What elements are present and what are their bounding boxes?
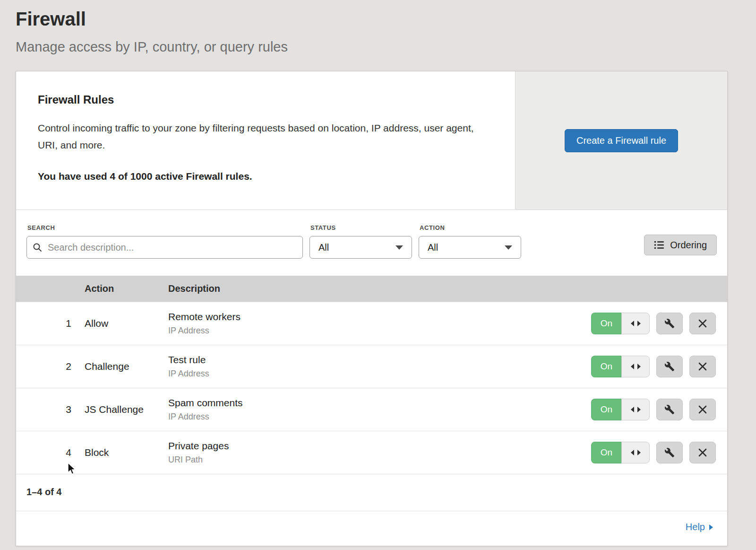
arrow-left-icon <box>631 407 634 412</box>
close-icon <box>698 405 707 414</box>
rule-match-type: IP Address <box>168 412 580 422</box>
toggle-on-button[interactable]: On <box>591 399 621 420</box>
arrow-left-icon <box>631 364 634 369</box>
rule-description: Spam comments <box>168 397 580 409</box>
table-row: 3 JS Challenge Spam comments IP Address … <box>16 388 727 431</box>
help-link[interactable]: Help <box>686 522 713 533</box>
arrow-right-icon <box>637 450 641 455</box>
arrow-left-icon <box>631 450 634 455</box>
wrench-icon <box>664 361 675 372</box>
rule-match-type: IP Address <box>168 326 580 336</box>
ordering-button[interactable]: Ordering <box>644 235 717 255</box>
rule-toggle: On <box>591 399 650 420</box>
rule-controls: On <box>580 399 727 420</box>
status-select[interactable]: All <box>309 236 412 259</box>
card-section-title: Firewall Rules <box>38 93 493 106</box>
rule-controls: On <box>580 442 727 463</box>
card-top-action-panel: Create a Firewall rule <box>515 71 727 210</box>
card-description: Control incoming traffic to your zone by… <box>38 120 487 154</box>
rule-action: Challenge <box>85 361 168 372</box>
rule-action: Allow <box>85 318 168 329</box>
rule-action: Block <box>85 447 168 458</box>
close-icon <box>698 319 707 328</box>
help-link-label: Help <box>686 522 705 533</box>
rules-usage-text: You have used 4 of 1000 active Firewall … <box>38 171 493 182</box>
card-top-section: Firewall Rules Control incoming traffic … <box>16 71 727 210</box>
status-label: STATUS <box>310 224 412 231</box>
rule-description: Private pages <box>168 440 580 452</box>
edit-rule-button[interactable] <box>656 399 683 420</box>
rule-number: 2 <box>16 361 85 372</box>
rule-number: 4 <box>16 447 85 458</box>
action-filter-group: ACTION All <box>419 224 521 259</box>
chevron-down-icon <box>395 245 403 250</box>
rule-description-cell: Private pages URI Path <box>168 440 580 465</box>
header-description-column: Description <box>168 283 580 294</box>
search-label: SEARCH <box>27 224 303 231</box>
rule-number: 1 <box>16 318 85 329</box>
toggle-arrows-button[interactable] <box>621 356 650 377</box>
rule-match-type: URI Path <box>168 455 580 465</box>
search-box[interactable] <box>26 236 303 259</box>
rule-toggle: On <box>591 356 650 377</box>
toggle-on-button[interactable]: On <box>591 356 621 377</box>
wrench-icon <box>664 447 675 458</box>
edit-rule-button[interactable] <box>656 313 683 334</box>
delete-rule-button[interactable] <box>689 313 716 334</box>
firewall-rules-card: Firewall Rules Control incoming traffic … <box>16 71 728 546</box>
rule-toggle: On <box>591 442 650 463</box>
ordered-list-icon <box>654 240 664 250</box>
delete-rule-button[interactable] <box>689 356 716 377</box>
rule-controls: On <box>580 313 727 334</box>
arrow-right-icon <box>637 364 641 369</box>
filters-bar: SEARCH STATUS All ACTION <box>16 210 727 276</box>
close-icon <box>698 362 707 371</box>
rule-action: JS Challenge <box>85 404 168 415</box>
wrench-icon <box>664 318 675 329</box>
help-row: Help <box>16 511 727 546</box>
rule-match-type: IP Address <box>168 369 580 379</box>
rule-description-cell: Spam comments IP Address <box>168 397 580 422</box>
rule-description: Remote workers <box>168 311 580 323</box>
table-row: 1 Allow Remote workers IP Address On <box>16 302 727 345</box>
table-row: 4 Block Private pages URI Path On <box>16 431 727 474</box>
edit-rule-button[interactable] <box>656 442 683 463</box>
toggle-arrows-button[interactable] <box>621 313 650 334</box>
toggle-on-button[interactable]: On <box>591 442 621 463</box>
create-firewall-rule-button[interactable]: Create a Firewall rule <box>565 129 678 152</box>
arrow-left-icon <box>631 321 634 326</box>
delete-rule-button[interactable] <box>689 399 716 420</box>
header-action-column: Action <box>85 283 168 294</box>
arrow-right-icon <box>637 321 641 326</box>
action-select[interactable]: All <box>419 236 521 259</box>
rule-description-cell: Remote workers IP Address <box>168 311 580 336</box>
table-row: 2 Challenge Test rule IP Address On <box>16 345 727 388</box>
toggle-arrows-button[interactable] <box>621 442 650 463</box>
rule-toggle: On <box>591 313 650 334</box>
search-filter-group: SEARCH <box>26 224 303 259</box>
ordering-button-label: Ordering <box>670 240 707 251</box>
close-icon <box>698 448 707 457</box>
chevron-down-icon <box>505 245 512 250</box>
edit-rule-button[interactable] <box>656 356 683 377</box>
status-filter-group: STATUS All <box>309 224 412 259</box>
toggle-arrows-button[interactable] <box>621 399 650 420</box>
card-top-text: Firewall Rules Control incoming traffic … <box>16 71 515 210</box>
rule-number: 3 <box>16 404 85 415</box>
search-icon <box>33 243 42 252</box>
search-input[interactable] <box>47 242 297 253</box>
action-label: ACTION <box>420 224 521 231</box>
toggle-on-button[interactable]: On <box>591 313 621 334</box>
rule-description-cell: Test rule IP Address <box>168 354 580 379</box>
rule-controls: On <box>580 356 727 377</box>
arrow-right-icon <box>637 407 641 412</box>
page-title: Firewall <box>16 9 728 30</box>
delete-rule-button[interactable] <box>689 442 716 463</box>
action-select-value: All <box>428 242 438 253</box>
rule-description: Test rule <box>168 354 580 366</box>
status-select-value: All <box>318 242 329 253</box>
firewall-page: Firewall Manage access by IP, country, o… <box>0 0 728 546</box>
pagination-status: 1–4 of 4 <box>16 474 727 511</box>
page-subtitle: Manage access by IP, country, or query r… <box>16 39 728 55</box>
arrow-right-icon <box>709 524 713 530</box>
